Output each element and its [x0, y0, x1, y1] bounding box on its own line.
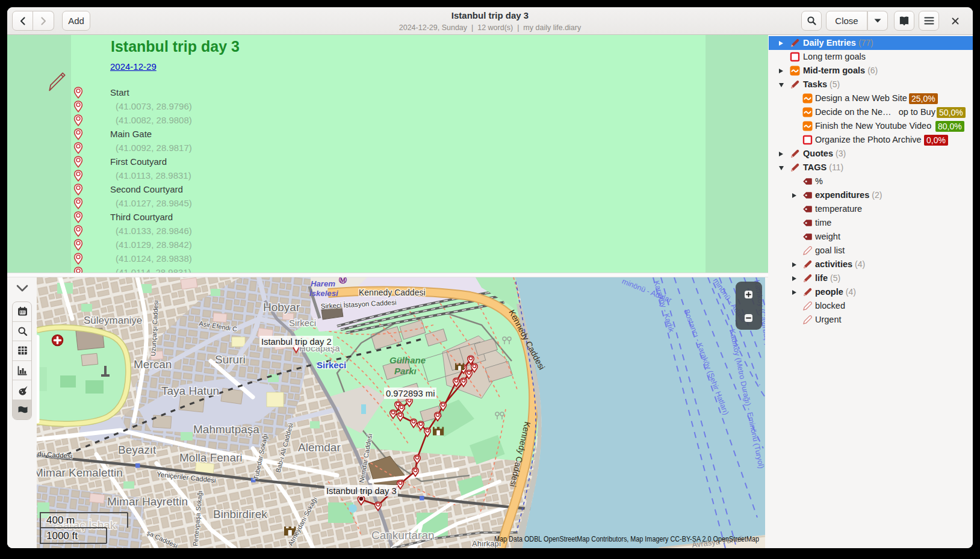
svg-text:0.972893 mi: 0.972893 mi [386, 389, 435, 398]
svg-text:Istanbul trip day 3: Istanbul trip day 3 [326, 486, 397, 496]
svg-text:İskelesi: İskelesi [309, 289, 338, 298]
svg-text:Harem: Harem [311, 279, 335, 288]
svg-text:Cankurtaran: Cankurtaran [371, 529, 435, 542]
svg-text:Sirkeci: Sirkeci [289, 318, 316, 328]
svg-text:Binbirdirek: Binbirdirek [213, 508, 267, 520]
svg-text:Mahmutpaşa: Mahmutpaşa [193, 423, 259, 436]
svg-text:Ⓜ: Ⓜ [339, 277, 347, 285]
svg-text:Mimar Kemalettin: Mimar Kemalettin [37, 466, 123, 479]
svg-text:Sirkeci: Sirkeci [317, 360, 346, 370]
svg-text:Alemdar: Alemdar [298, 441, 341, 454]
svg-text:Hobyar: Hobyar [263, 301, 300, 313]
svg-text:Mimar Hayrettin: Mimar Hayrettin [107, 495, 188, 508]
svg-text:Mercan: Mercan [134, 358, 172, 371]
svg-text:Süleymaniye: Süleymaniye [84, 315, 142, 326]
svg-text:400 m: 400 m [46, 514, 75, 526]
svg-text:Istanbul trip day 2: Istanbul trip day 2 [261, 337, 332, 347]
svg-text:Parkı: Parkı [394, 366, 417, 376]
svg-text:Map Data ODBL OpenStreetMap Co: Map Data ODBL OpenStreetMap Contributors… [494, 535, 759, 543]
svg-text:Molla Fenari: Molla Fenari [179, 451, 243, 464]
svg-text:Kennedy Caddesi: Kennedy Caddesi [359, 288, 426, 297]
svg-text:1000 ft: 1000 ft [46, 530, 78, 542]
svg-text:Sururi: Sururi [215, 353, 246, 366]
svg-text:Taya Hatun: Taya Hatun [161, 385, 219, 397]
svg-text:Gülhane: Gülhane [389, 355, 426, 365]
svg-text:Beyazıt: Beyazıt [118, 443, 157, 456]
